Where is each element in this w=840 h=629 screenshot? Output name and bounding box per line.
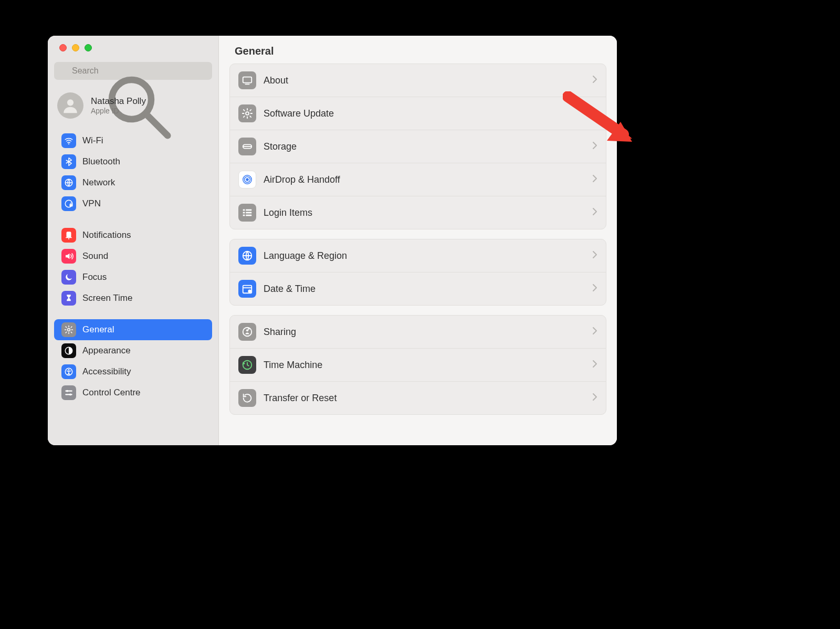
settings-row-softwareupdate[interactable]: Software Update [230, 97, 606, 130]
airdrop-icon [238, 171, 256, 188]
chevron-right-icon [592, 360, 597, 370]
sidebar-item-accessibility[interactable]: Accessibility [54, 361, 212, 382]
account-sub: Apple ID [91, 107, 146, 115]
moon-icon [61, 270, 76, 285]
sidebar-item-sound[interactable]: Sound [54, 246, 212, 267]
sidebar-item-controlcentre[interactable]: Control Centre [54, 382, 212, 403]
settings-panel: Language & RegionDate & Time [229, 239, 606, 306]
globe-icon [61, 175, 76, 190]
close-button[interactable] [59, 44, 67, 51]
sidebar-item-wifi[interactable]: Wi-Fi [54, 130, 212, 151]
settings-row-transfer[interactable]: Transfer or Reset [230, 382, 606, 414]
row-label: Sharing [264, 327, 585, 338]
chevron-right-icon [592, 207, 597, 218]
zoom-button[interactable] [85, 44, 92, 51]
chevron-right-icon [592, 393, 597, 403]
settings-panel: AboutSoftware UpdateStorageAirDrop & Han… [229, 64, 606, 229]
sidebar-item-label: Sound [82, 251, 108, 261]
sidebar-item-label: Wi-Fi [82, 135, 103, 146]
sidebar-item-vpn[interactable]: VPN [54, 193, 212, 214]
chevron-right-icon [592, 141, 597, 152]
sidebar-item-screentime[interactable]: Screen Time [54, 288, 212, 309]
sidebar-item-label: Appearance [82, 345, 131, 356]
row-label: Language & Region [264, 250, 585, 261]
sidebar-item-general[interactable]: General [54, 319, 212, 340]
row-label: Software Update [264, 108, 585, 119]
settings-row-airdrop[interactable]: AirDrop & Handoff [230, 163, 606, 196]
search-input[interactable] [72, 66, 207, 76]
accessibility-icon [61, 364, 76, 379]
apple-id-account[interactable]: Natasha Polly Apple ID [48, 87, 218, 128]
bell-icon [61, 228, 76, 243]
sound-icon [61, 249, 76, 264]
globe-icon [238, 247, 256, 265]
row-label: About [264, 75, 585, 86]
row-label: Date & Time [264, 284, 585, 295]
chevron-right-icon [592, 250, 597, 261]
settings-row-storage[interactable]: Storage [230, 130, 606, 163]
list-icon [238, 204, 256, 222]
sidebar-item-label: Network [82, 177, 115, 188]
sidebar: Natasha Polly Apple ID Wi-FiBluetoothNet… [48, 36, 219, 445]
gear-icon [61, 322, 76, 337]
settings-row-about[interactable]: About [230, 64, 606, 97]
avatar [57, 92, 83, 119]
row-label: Time Machine [264, 360, 585, 371]
sidebar-item-label: VPN [82, 198, 101, 209]
vpn-icon [61, 196, 76, 211]
sidebar-item-notifications[interactable]: Notifications [54, 225, 212, 246]
sidebar-item-label: Bluetooth [82, 156, 120, 167]
main-content: General AboutSoftware UpdateStorageAirDr… [219, 36, 617, 445]
sidebar-item-label: Control Centre [82, 387, 141, 398]
settings-panel: SharingTime MachineTransfer or Reset [229, 315, 606, 415]
gear-icon [238, 104, 256, 122]
row-label: Storage [264, 141, 585, 152]
sidebar-item-network[interactable]: Network [54, 172, 212, 193]
chevron-right-icon [592, 108, 597, 119]
sidebar-item-label: Notifications [82, 230, 131, 240]
sidebar-item-appearance[interactable]: Appearance [54, 340, 212, 361]
settings-row-language[interactable]: Language & Region [230, 239, 606, 272]
chevron-right-icon [592, 284, 597, 294]
sidebar-item-label: Focus [82, 272, 107, 282]
hourglass-icon [61, 291, 76, 306]
search-icon [59, 67, 68, 75]
row-label: Transfer or Reset [264, 393, 585, 404]
reset-icon [238, 389, 256, 407]
timemachine-icon [238, 356, 256, 374]
window-controls [48, 44, 218, 62]
wifi-icon [61, 133, 76, 148]
sidebar-item-label: Screen Time [82, 293, 132, 303]
page-title: General [235, 45, 601, 57]
display-icon [238, 71, 256, 89]
chevron-right-icon [592, 75, 597, 86]
chevron-right-icon [592, 327, 597, 337]
row-label: Login Items [264, 207, 585, 218]
sharing-icon [238, 323, 256, 341]
content-header: General [219, 36, 617, 64]
minimize-button[interactable] [72, 44, 79, 51]
settings-row-sharing[interactable]: Sharing [230, 316, 606, 349]
settings-row-loginitems[interactable]: Login Items [230, 196, 606, 229]
sidebar-item-label: Accessibility [82, 366, 131, 377]
settings-row-datetime[interactable]: Date & Time [230, 272, 606, 305]
appearance-icon [61, 343, 76, 358]
sidebar-item-focus[interactable]: Focus [54, 267, 212, 288]
row-label: AirDrop & Handoff [264, 174, 585, 185]
settings-row-timemachine[interactable]: Time Machine [230, 349, 606, 382]
chevron-right-icon [592, 174, 597, 185]
sidebar-item-label: General [82, 324, 114, 335]
sidebar-item-bluetooth[interactable]: Bluetooth [54, 151, 212, 172]
sliders-icon [61, 385, 76, 400]
search-field[interactable] [54, 62, 212, 80]
calendar-icon [238, 280, 256, 298]
settings-window: Natasha Polly Apple ID Wi-FiBluetoothNet… [48, 36, 617, 445]
bluetooth-icon [61, 154, 76, 169]
disk-icon [238, 138, 256, 155]
account-name: Natasha Polly [91, 96, 146, 107]
